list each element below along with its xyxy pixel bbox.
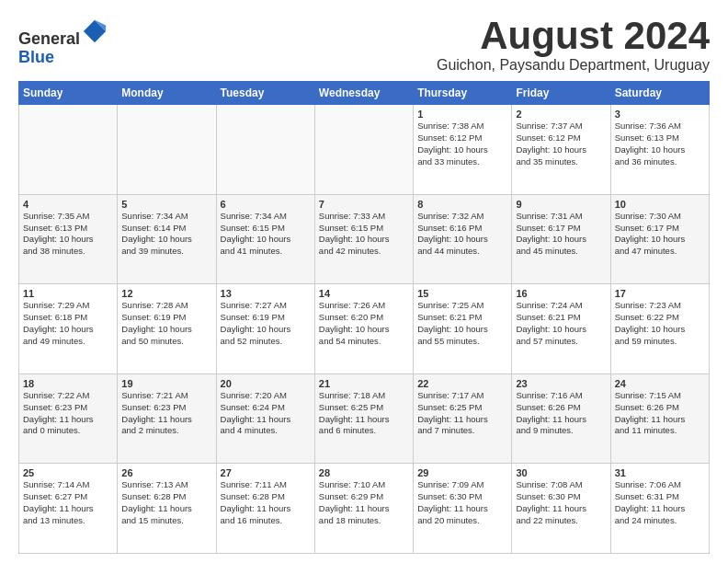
day-info: Sunrise: 7:13 AMSunset: 6:28 PMDaylight:… <box>121 479 211 526</box>
day-number: 16 <box>516 288 606 299</box>
day-info: Sunrise: 7:10 AMSunset: 6:29 PMDaylight:… <box>319 479 409 526</box>
day-number: 17 <box>615 288 705 299</box>
calendar-day-cell: 4Sunrise: 7:35 AMSunset: 6:13 PMDaylight… <box>19 194 118 284</box>
calendar-day-cell <box>118 105 216 195</box>
calendar-table: SundayMondayTuesdayWednesdayThursdayFrid… <box>18 81 710 554</box>
calendar-day-cell <box>314 105 413 195</box>
day-info: Sunrise: 7:09 AMSunset: 6:30 PMDaylight:… <box>417 479 507 526</box>
calendar-week-row: 25Sunrise: 7:14 AMSunset: 6:27 PMDayligh… <box>19 464 710 554</box>
calendar-day-cell: 29Sunrise: 7:09 AMSunset: 6:30 PMDayligh… <box>414 464 512 554</box>
day-info: Sunrise: 7:18 AMSunset: 6:25 PMDaylight:… <box>319 390 409 437</box>
day-info: Sunrise: 7:34 AMSunset: 6:14 PMDaylight:… <box>121 211 211 258</box>
day-number: 11 <box>23 288 113 299</box>
weekday-header: Tuesday <box>216 82 314 105</box>
calendar-header: SundayMondayTuesdayWednesdayThursdayFrid… <box>19 82 710 105</box>
calendar-day-cell: 9Sunrise: 7:31 AMSunset: 6:17 PMDaylight… <box>512 194 610 284</box>
calendar-body: 1Sunrise: 7:38 AMSunset: 6:12 PMDaylight… <box>19 105 710 554</box>
calendar-day-cell: 24Sunrise: 7:15 AMSunset: 6:26 PMDayligh… <box>610 373 709 464</box>
day-info: Sunrise: 7:16 AMSunset: 6:26 PMDaylight:… <box>516 390 606 437</box>
logo-icon <box>82 18 108 44</box>
day-number: 28 <box>319 467 409 478</box>
calendar-day-cell: 12Sunrise: 7:28 AMSunset: 6:19 PMDayligh… <box>118 284 216 374</box>
calendar-day-cell: 5Sunrise: 7:34 AMSunset: 6:14 PMDaylight… <box>118 194 216 284</box>
day-info: Sunrise: 7:11 AMSunset: 6:28 PMDaylight:… <box>221 479 311 526</box>
calendar-day-cell: 13Sunrise: 7:27 AMSunset: 6:19 PMDayligh… <box>216 284 314 374</box>
calendar-day-cell: 30Sunrise: 7:08 AMSunset: 6:30 PMDayligh… <box>512 464 610 554</box>
day-info: Sunrise: 7:29 AMSunset: 6:18 PMDaylight:… <box>23 300 113 347</box>
day-number: 19 <box>121 378 211 389</box>
calendar-day-cell: 23Sunrise: 7:16 AMSunset: 6:26 PMDayligh… <box>512 373 610 464</box>
day-number: 10 <box>615 199 705 210</box>
day-number: 2 <box>516 109 606 120</box>
day-info: Sunrise: 7:23 AMSunset: 6:22 PMDaylight:… <box>615 300 705 347</box>
calendar-day-cell: 2Sunrise: 7:37 AMSunset: 6:12 PMDaylight… <box>512 105 610 195</box>
calendar-week-row: 4Sunrise: 7:35 AMSunset: 6:13 PMDaylight… <box>19 194 710 284</box>
day-number: 8 <box>417 199 507 210</box>
header: General Blue August 2024 Guichon, Paysan… <box>18 15 710 74</box>
day-number: 25 <box>23 467 113 478</box>
weekday-header: Thursday <box>414 82 512 105</box>
day-info: Sunrise: 7:35 AMSunset: 6:13 PMDaylight:… <box>23 211 113 258</box>
weekday-header: Saturday <box>610 82 709 105</box>
calendar-day-cell: 7Sunrise: 7:33 AMSunset: 6:15 PMDaylight… <box>314 194 413 284</box>
month-title: August 2024 <box>437 15 710 57</box>
calendar-day-cell: 25Sunrise: 7:14 AMSunset: 6:27 PMDayligh… <box>19 464 118 554</box>
calendar-day-cell: 3Sunrise: 7:36 AMSunset: 6:13 PMDaylight… <box>610 105 709 195</box>
weekday-row: SundayMondayTuesdayWednesdayThursdayFrid… <box>19 82 710 105</box>
day-number: 27 <box>221 467 311 478</box>
day-info: Sunrise: 7:25 AMSunset: 6:21 PMDaylight:… <box>417 300 507 347</box>
calendar-day-cell: 6Sunrise: 7:34 AMSunset: 6:15 PMDaylight… <box>216 194 314 284</box>
calendar-day-cell: 20Sunrise: 7:20 AMSunset: 6:24 PMDayligh… <box>216 373 314 464</box>
day-number: 5 <box>121 199 211 210</box>
logo-blue-text: Blue <box>18 48 54 66</box>
day-info: Sunrise: 7:24 AMSunset: 6:21 PMDaylight:… <box>516 300 606 347</box>
calendar-page: General Blue August 2024 Guichon, Paysan… <box>0 0 728 563</box>
day-number: 30 <box>516 467 606 478</box>
title-section: August 2024 Guichon, Paysandu Department… <box>437 15 710 74</box>
day-number: 20 <box>221 378 311 389</box>
day-number: 6 <box>221 199 311 210</box>
calendar-day-cell <box>19 105 118 195</box>
calendar-day-cell: 22Sunrise: 7:17 AMSunset: 6:25 PMDayligh… <box>414 373 512 464</box>
day-number: 4 <box>23 199 113 210</box>
day-info: Sunrise: 7:15 AMSunset: 6:26 PMDaylight:… <box>615 390 705 437</box>
calendar-day-cell: 14Sunrise: 7:26 AMSunset: 6:20 PMDayligh… <box>314 284 413 374</box>
calendar-day-cell: 18Sunrise: 7:22 AMSunset: 6:23 PMDayligh… <box>19 373 118 464</box>
day-info: Sunrise: 7:26 AMSunset: 6:20 PMDaylight:… <box>319 300 409 347</box>
calendar-day-cell: 15Sunrise: 7:25 AMSunset: 6:21 PMDayligh… <box>414 284 512 374</box>
day-number: 31 <box>615 467 705 478</box>
location-title: Guichon, Paysandu Department, Uruguay <box>437 57 710 74</box>
day-number: 7 <box>319 199 409 210</box>
day-info: Sunrise: 7:34 AMSunset: 6:15 PMDaylight:… <box>221 211 311 258</box>
day-info: Sunrise: 7:28 AMSunset: 6:19 PMDaylight:… <box>121 300 211 347</box>
day-info: Sunrise: 7:32 AMSunset: 6:16 PMDaylight:… <box>417 211 507 258</box>
weekday-header: Monday <box>118 82 216 105</box>
day-info: Sunrise: 7:27 AMSunset: 6:19 PMDaylight:… <box>221 300 311 347</box>
calendar-day-cell: 31Sunrise: 7:06 AMSunset: 6:31 PMDayligh… <box>610 464 709 554</box>
calendar-day-cell: 28Sunrise: 7:10 AMSunset: 6:29 PMDayligh… <box>314 464 413 554</box>
logo-general-text: General <box>18 29 80 48</box>
svg-marker-0 <box>84 20 106 42</box>
calendar-day-cell: 1Sunrise: 7:38 AMSunset: 6:12 PMDaylight… <box>414 105 512 195</box>
logo: General Blue <box>18 18 108 67</box>
day-number: 22 <box>417 378 507 389</box>
weekday-header: Friday <box>512 82 610 105</box>
day-number: 12 <box>121 288 211 299</box>
day-number: 14 <box>319 288 409 299</box>
calendar-day-cell: 16Sunrise: 7:24 AMSunset: 6:21 PMDayligh… <box>512 284 610 374</box>
day-number: 13 <box>221 288 311 299</box>
day-info: Sunrise: 7:22 AMSunset: 6:23 PMDaylight:… <box>23 390 113 437</box>
day-info: Sunrise: 7:20 AMSunset: 6:24 PMDaylight:… <box>221 390 311 437</box>
calendar-day-cell: 11Sunrise: 7:29 AMSunset: 6:18 PMDayligh… <box>19 284 118 374</box>
day-number: 1 <box>417 109 507 120</box>
calendar-day-cell: 27Sunrise: 7:11 AMSunset: 6:28 PMDayligh… <box>216 464 314 554</box>
day-number: 23 <box>516 378 606 389</box>
calendar-day-cell: 21Sunrise: 7:18 AMSunset: 6:25 PMDayligh… <box>314 373 413 464</box>
day-info: Sunrise: 7:37 AMSunset: 6:12 PMDaylight:… <box>516 121 606 167</box>
day-number: 29 <box>417 467 507 478</box>
day-info: Sunrise: 7:31 AMSunset: 6:17 PMDaylight:… <box>516 211 606 258</box>
day-info: Sunrise: 7:08 AMSunset: 6:30 PMDaylight:… <box>516 479 606 526</box>
day-info: Sunrise: 7:14 AMSunset: 6:27 PMDaylight:… <box>23 479 113 526</box>
calendar-day-cell <box>216 105 314 195</box>
day-info: Sunrise: 7:36 AMSunset: 6:13 PMDaylight:… <box>615 121 705 167</box>
